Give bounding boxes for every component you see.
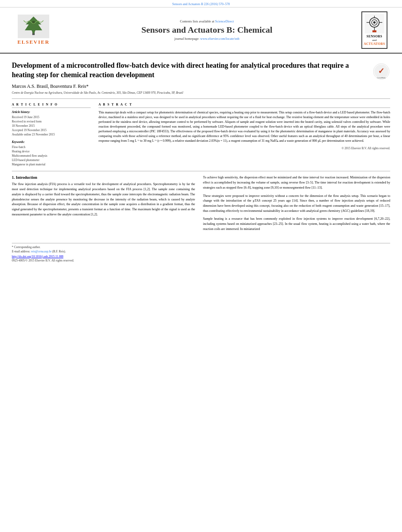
main-body: 1. Introduction The flow injection analy… [0, 171, 402, 239]
page-wrapper: Sensors and Actuators B 226 (2016) 570–5… [0, 0, 402, 262]
elsevier-wordmark: ELSEVIER [17, 39, 50, 45]
elsevier-logo: ELSEVIER [8, 15, 59, 45]
keyword-2: Multicommuted flow analysis [12, 154, 91, 158]
footnote-corresponding-author: * Corresponding author. [12, 245, 390, 249]
footnote-star-label: * Corresponding author. [12, 245, 41, 249]
crossmark-icon: ✓ CrossMark [372, 63, 390, 80]
elsevier-tree-icon [18, 15, 49, 38]
sensors-actuators-logo: SENSORS and ACTUATORS [361, 11, 387, 49]
svg-rect-12 [372, 30, 376, 32]
article-title-block: Development of a microcontrolled flow-ba… [12, 61, 368, 95]
article-authors: Marcos A.S. Brasil, Boaventura F. Reis* [12, 83, 368, 89]
crossmark-badge: ✓ CrossMark [372, 61, 390, 81]
page-header: ELSEVIER Contents lists available at Sci… [0, 7, 402, 54]
authors-text: Marcos A.S. Brasil, Boaventura F. Reis* [12, 83, 89, 89]
history-item-3: Accepted 19 November 2015 [12, 128, 91, 132]
article-title: Development of a microcontrolled flow-ba… [12, 61, 368, 80]
history-item-1: Received in revised form [12, 120, 91, 123]
keywords-section: Keywords: Flow-batch Heating device Mult… [12, 140, 91, 166]
sensors-logo-icon [365, 14, 384, 33]
footnote-email-label: E-mail address: [12, 250, 30, 253]
actuators-text: ACTUATORS [364, 42, 385, 46]
header-center: Contents lists available at ScienceDirec… [59, 19, 355, 41]
keywords-label: Keywords: [12, 140, 91, 144]
intro-right-para1: To achieve high sensitivity, the dispers… [203, 175, 390, 190]
body-right-col: To achieve high sensitivity, the dispers… [203, 175, 390, 235]
article-history-label: Article history: [12, 110, 91, 114]
keyword-4: Manganese in plant material [12, 163, 91, 166]
intro-left-para1: The flow injection analysis (FIA) proces… [12, 182, 195, 217]
science-direct-text: Contents lists available at [180, 19, 214, 23]
sensors-and-text: and [364, 39, 385, 42]
keyword-1: Heating device [12, 150, 91, 153]
intro-right-para2: These strategies were proposed to improv… [203, 194, 390, 214]
copyright-text: © 2015 Elsevier B.V. All rights reserved… [99, 146, 390, 150]
doi-link[interactable]: http://dx.doi.org/10.1016/j.snb.2015.11.… [12, 255, 63, 258]
abstract-title: A B S T R A C T [99, 103, 390, 108]
history-item-4: Available online 23 November 2015 [12, 133, 91, 136]
sciencedirect-link[interactable]: ScienceDirect [215, 19, 234, 23]
article-info-title: A R T I C L E I N F O [12, 103, 91, 108]
svg-text:CrossMark: CrossMark [377, 77, 386, 79]
journal-ref-line: Sensors and Actuators B 226 (2016) 570–5… [0, 0, 402, 7]
intro-heading-num: 1. [12, 175, 15, 180]
footnote-section: * Corresponding author. E-mail address: … [12, 243, 390, 263]
sensors-text: SENSORS [364, 35, 385, 39]
article-affiliation: Centro de Energia Nuclear na Agricultura… [12, 91, 368, 95]
keyword-3: LED-based photometer [12, 158, 91, 162]
svg-text:✓: ✓ [378, 67, 385, 75]
journal-homepage: journal homepage: www.elsevier.com/locat… [59, 37, 355, 41]
introduction-heading: 1. Introduction [12, 175, 195, 180]
journal-homepage-link[interactable]: www.elsevier.com/locate/snb [200, 37, 240, 41]
keyword-0: Flow-batch [12, 145, 91, 149]
journal-homepage-text: journal homepage: [174, 37, 199, 41]
article-header: Development of a microcontrolled flow-ba… [0, 54, 402, 99]
journal-ref-text: Sensors and Actuators B 226 (2016) 570–5… [172, 2, 230, 6]
history-item-0: Received 19 June 2015 [12, 115, 91, 119]
footnote-email-person: (B.F. Reis). [52, 250, 66, 253]
article-info-col: A R T I C L E I N F O Article history: R… [12, 103, 91, 167]
footnote-email-line: E-mail address: reis@cena.usp.br (B.F. R… [12, 249, 390, 254]
history-item-2: 18 November 2015 [12, 124, 91, 128]
footnote-email-link[interactable]: reis@cena.usp.br [31, 250, 52, 253]
abstract-col: A B S T R A C T This manuscript deals wi… [99, 103, 390, 167]
sensors-logo-block: SENSORS and ACTUATORS [355, 11, 394, 49]
doi-line: http://dx.doi.org/10.1016/j.snb.2015.11.… [12, 255, 390, 258]
article-info-abstract-section: A R T I C L E I N F O Article history: R… [0, 99, 402, 171]
journal-title: Sensors and Actuators B: Chemical [59, 25, 355, 35]
body-left-col: 1. Introduction The flow injection analy… [12, 175, 195, 235]
sciencedirect-line: Contents lists available at ScienceDirec… [59, 19, 355, 23]
issn-line: 0925-4005/© 2015 Elsevier B.V. All right… [12, 259, 390, 262]
elsevier-logo-block: ELSEVIER [8, 15, 59, 45]
abstract-text: This manuscript deals with a compact set… [99, 110, 390, 143]
svg-point-7 [373, 21, 376, 24]
intro-right-para3: Sample heating is a resource that has be… [203, 217, 390, 232]
intro-heading-text: Introduction [16, 175, 37, 180]
